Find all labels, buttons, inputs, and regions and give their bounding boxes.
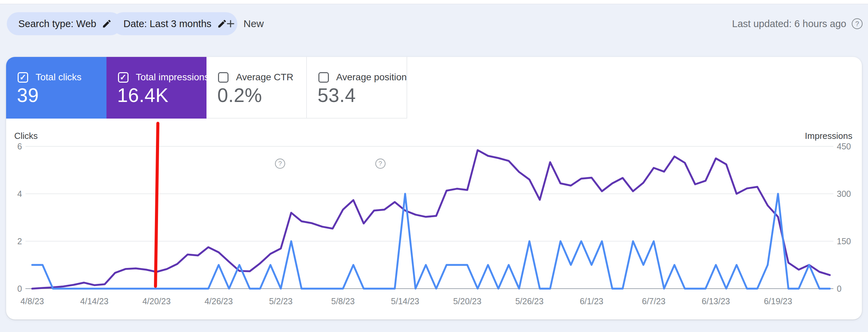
- average-position-tile[interactable]: ✓ Average position 53.4 ?: [307, 57, 407, 119]
- pencil-edit-icon: [102, 19, 112, 29]
- help-circle-icon[interactable]: ?: [176, 159, 186, 169]
- clicks-axis-title: Clicks: [14, 131, 38, 141]
- filter-bar: Search type: Web Date: Last 3 months New…: [0, 12, 868, 36]
- tile-label: Total impressions: [136, 72, 209, 83]
- total-impressions-value: 16.4K: [117, 84, 169, 106]
- average-position-checkbox[interactable]: ✓: [318, 72, 329, 83]
- total-clicks-value: 39: [17, 84, 39, 106]
- help-circle-icon[interactable]: ?: [852, 18, 863, 29]
- new-filter-button-label: New: [243, 18, 264, 29]
- search-type-filter-chip[interactable]: Search type: Web: [7, 12, 122, 35]
- impressions-axis-title: Impressions: [805, 131, 852, 141]
- date-filter-label: Date: Last 3 months: [123, 18, 212, 29]
- last-updated-status: Last updated: 6 hours ago ?: [732, 12, 863, 35]
- average-ctr-value: 0.2%: [217, 84, 262, 106]
- last-updated-text: Last updated: 6 hours ago: [732, 18, 846, 29]
- performance-card: ✓ Total clicks 39 ? ✓ Total impressions …: [6, 57, 862, 319]
- total-clicks-tile[interactable]: ✓ Total clicks 39 ?: [6, 57, 106, 119]
- tile-label: Total clicks: [36, 72, 81, 83]
- average-position-value: 53.4: [318, 84, 356, 106]
- average-ctr-tile[interactable]: ✓ Average CTR 0.2% ?: [206, 57, 307, 119]
- total-impressions-tile[interactable]: ✓ Total impressions 16.4K ?: [106, 57, 207, 119]
- total-clicks-checkbox[interactable]: ✓: [18, 72, 28, 83]
- help-circle-icon[interactable]: ?: [275, 159, 285, 169]
- help-circle-icon[interactable]: ?: [375, 159, 386, 169]
- search-type-filter-label: Search type: Web: [18, 18, 96, 29]
- average-ctr-checkbox[interactable]: ✓: [218, 72, 229, 83]
- page-top-divider: [0, 0, 868, 4]
- new-filter-button[interactable]: New: [218, 12, 271, 35]
- plus-icon: [224, 18, 237, 30]
- tile-label: Average position: [336, 72, 407, 83]
- help-circle-icon[interactable]: ?: [75, 159, 85, 169]
- tile-label: Average CTR: [236, 72, 293, 83]
- total-impressions-checkbox[interactable]: ✓: [118, 72, 129, 83]
